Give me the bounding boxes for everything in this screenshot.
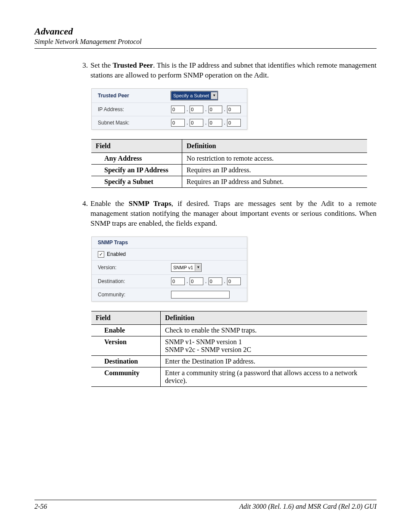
table-row: Specify an IP AddressRequires an IP addr… — [91, 164, 367, 176]
community-label: Community: — [98, 292, 171, 298]
table-row: VersionSNMP v1- SNMP version 1 SNMP v2c … — [91, 336, 367, 355]
field-cell: Specify a Subnet — [91, 176, 182, 187]
enabled-checkbox-row: ✓ Enabled — [98, 251, 126, 258]
chevron-down-icon: ▼ — [195, 264, 201, 271]
step-bold-term: Trusted Peer — [112, 61, 153, 69]
footer-rule — [34, 500, 377, 500]
ip-dot: . — [205, 106, 206, 112]
definition-cell: Requires an IP address. — [182, 164, 367, 176]
step-3: 3. Set the Trusted Peer. This is the IP … — [78, 61, 377, 81]
field-cell: Specify an IP Address — [91, 164, 182, 176]
ip-address-input-group: . . . — [171, 106, 241, 113]
definition-cell: SNMP v1- SNMP version 1 SNMP v2c - SNMP … — [161, 336, 367, 355]
page-header-subtitle: Simple Network Management Protocol — [34, 38, 377, 46]
doc-title: Adit 3000 (Rel. 1.6) and MSR Card (Rel 2… — [240, 503, 377, 510]
table-header-definition: Definition — [182, 139, 367, 152]
page-footer: 2-56 Adit 3000 (Rel. 1.6) and MSR Card (… — [34, 500, 377, 510]
definition-cell: Enter a community string (a password tha… — [161, 367, 367, 386]
subnet-mask-input-group: . . . — [171, 119, 241, 127]
ip-dot: . — [224, 278, 225, 284]
header-rule — [34, 48, 377, 49]
chevron-down-icon: ▼ — [211, 92, 217, 99]
subnet-octet-4[interactable] — [227, 119, 241, 127]
ip-dot: . — [205, 120, 206, 126]
table-row: DestinationEnter the Destination IP addr… — [91, 355, 367, 367]
ip-octet-3[interactable] — [209, 106, 222, 113]
table-row: EnableCheck to enable the SNMP traps. — [91, 324, 367, 336]
dropdown-value: Specify a Subnet — [173, 93, 209, 98]
dest-octet-1[interactable] — [171, 277, 185, 285]
community-input[interactable] — [171, 291, 230, 299]
dest-octet-2[interactable] — [190, 277, 203, 285]
enabled-checkbox[interactable]: ✓ — [98, 251, 104, 258]
trusted-peer-panel: Trusted Peer Specify a Subnet ▼ IP Addre… — [91, 88, 247, 130]
ip-dot: . — [187, 120, 188, 126]
step-bold-term: SNMP Traps — [128, 199, 171, 208]
snmp-traps-panel: SNMP Traps ✓ Enabled Version: SNMP v1 ▼ — [91, 236, 247, 302]
trusted-peer-label: Trusted Peer — [98, 93, 171, 99]
trusted-peer-definition-table: Field Definition Any AddressNo restricti… — [91, 139, 367, 188]
table-row: CommunityEnter a community string (a pas… — [91, 367, 367, 386]
page-number: 2-56 — [34, 503, 47, 510]
step-number: 3. — [78, 61, 88, 81]
version-label: Version: — [98, 264, 171, 271]
field-cell: Community — [91, 367, 161, 386]
definition-cell: Requires an IP address and Subnet. — [182, 176, 367, 187]
ip-dot: . — [187, 278, 188, 284]
field-cell: Enable — [91, 324, 161, 336]
enabled-label: Enabled — [107, 251, 126, 257]
snmp-traps-title: SNMP Traps — [98, 240, 171, 246]
table-row: Specify a SubnetRequires an IP address a… — [91, 176, 367, 187]
ip-dot: . — [224, 106, 225, 112]
step-body: Set the Trusted Peer. This is the IP add… — [90, 61, 377, 81]
step-number: 4. — [78, 199, 88, 229]
dest-octet-4[interactable] — [227, 277, 241, 285]
definition-cell: Check to enable the SNMP traps. — [161, 324, 367, 336]
subnet-mask-label: Subnet Mask: — [98, 120, 171, 126]
snmp-traps-definition-table: Field Definition EnableCheck to enable t… — [91, 311, 367, 387]
field-cell: Destination — [91, 355, 161, 367]
table-header-definition: Definition — [161, 311, 367, 324]
definition-cell: Enter the Destination IP address. — [161, 355, 367, 367]
trusted-peer-dropdown[interactable]: Specify a Subnet ▼ — [171, 91, 218, 100]
destination-input-group: . . . — [171, 277, 241, 285]
table-header-field: Field — [91, 139, 182, 152]
dest-octet-3[interactable] — [209, 277, 222, 285]
page-header-title: Advanced — [34, 26, 377, 37]
ip-dot: . — [187, 106, 188, 112]
destination-label: Destination: — [98, 278, 171, 284]
field-cell: Any Address — [91, 152, 182, 164]
table-header-field: Field — [91, 311, 161, 324]
step-body: Enable the SNMP Traps, if desired. Traps… — [90, 199, 377, 229]
step-4: 4. Enable the SNMP Traps, if desired. Tr… — [78, 199, 377, 229]
ip-address-label: IP Address: — [98, 106, 171, 112]
ip-dot: . — [205, 278, 206, 284]
subnet-octet-1[interactable] — [171, 119, 185, 127]
subnet-octet-3[interactable] — [209, 119, 222, 127]
definition-cell: No restriction to remote access. — [182, 152, 367, 164]
table-row: Any AddressNo restriction to remote acce… — [91, 152, 367, 164]
dropdown-value: SNMP v1 — [173, 265, 193, 270]
ip-octet-2[interactable] — [190, 106, 203, 113]
ip-dot: . — [224, 120, 225, 126]
subnet-octet-2[interactable] — [190, 119, 203, 127]
ip-octet-1[interactable] — [171, 106, 185, 113]
ip-octet-4[interactable] — [227, 106, 241, 113]
step-text: Set the — [90, 61, 112, 69]
step-text: Enable the — [90, 199, 128, 208]
version-dropdown[interactable]: SNMP v1 ▼ — [171, 263, 202, 272]
field-cell: Version — [91, 336, 161, 355]
